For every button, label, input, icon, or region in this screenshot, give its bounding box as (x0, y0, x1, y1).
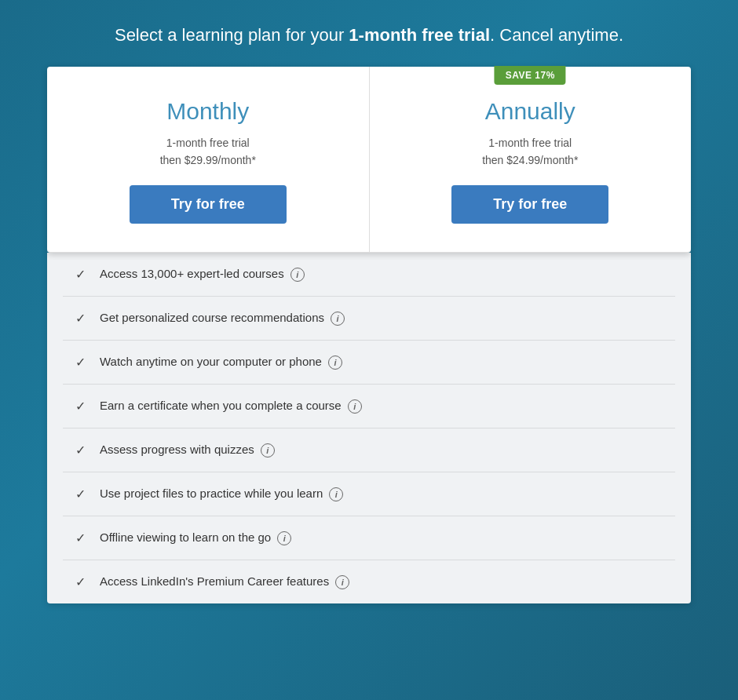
check-icon: ✓ (75, 487, 86, 501)
feature-text: Access LinkedIn's Premium Career feature… (100, 574, 663, 589)
monthly-try-button[interactable]: Try for free (130, 185, 287, 224)
annually-plan-title: Annually (485, 98, 575, 125)
check-icon: ✓ (75, 530, 86, 545)
feature-item: ✓Watch anytime on your computer or phone… (63, 341, 675, 385)
header-text: Select a learning plan for your 1-month … (115, 24, 623, 48)
check-icon: ✓ (75, 443, 86, 458)
annually-plan-card: SAVE 17% Annually 1-month free trial the… (370, 67, 692, 252)
feature-text: Offline viewing to learn on the goi (100, 530, 663, 545)
feature-text: Use project files to practice while you … (100, 487, 663, 501)
monthly-price-info: 1-month free trial then $29.99/month* (160, 134, 256, 170)
feature-text: Assess progress with quizzesi (100, 443, 663, 458)
features-list: ✓Access 13,000+ expert-led coursesi✓Get … (47, 253, 691, 603)
feature-text: Get personalized course recommendationsi (100, 311, 663, 326)
monthly-price-line1: 1-month free trial (166, 137, 250, 149)
plans-container: Monthly 1-month free trial then $29.99/m… (47, 67, 691, 253)
feature-text: Earn a certificate when you complete a c… (100, 399, 663, 414)
feature-item: ✓Assess progress with quizzesi (63, 428, 675, 472)
monthly-price-line2: then $29.99/month* (160, 154, 256, 166)
info-icon[interactable]: i (277, 531, 291, 545)
check-icon: ✓ (75, 574, 86, 589)
annually-price-line2: then $24.99/month* (482, 154, 578, 166)
info-icon[interactable]: i (328, 355, 342, 370)
feature-item: ✓Access LinkedIn's Premium Career featur… (63, 560, 675, 603)
annually-price-info: 1-month free trial then $24.99/month* (482, 134, 578, 170)
check-icon: ✓ (75, 355, 86, 370)
feature-item: ✓Get personalized course recommendations… (63, 297, 675, 341)
check-icon: ✓ (75, 311, 86, 326)
info-icon[interactable]: i (329, 487, 343, 501)
check-icon: ✓ (75, 267, 86, 282)
feature-item: ✓Access 13,000+ expert-led coursesi (63, 253, 675, 297)
info-icon[interactable]: i (261, 443, 275, 458)
feature-text: Access 13,000+ expert-led coursesi (100, 267, 663, 282)
monthly-plan-title: Monthly (166, 98, 249, 125)
annually-try-button[interactable]: Try for free (451, 185, 608, 224)
feature-item: ✓Use project files to practice while you… (63, 472, 675, 516)
check-icon: ✓ (75, 399, 86, 414)
monthly-plan-card: Monthly 1-month free trial then $29.99/m… (47, 67, 370, 252)
feature-item: ✓Offline viewing to learn on the goi (63, 516, 675, 560)
save-badge: SAVE 17% (495, 66, 566, 85)
info-icon[interactable]: i (290, 268, 305, 282)
info-icon[interactable]: i (331, 312, 345, 326)
feature-item: ✓Earn a certificate when you complete a … (63, 385, 675, 428)
annually-price-line1: 1-month free trial (488, 137, 572, 149)
info-icon[interactable]: i (348, 399, 362, 414)
feature-text: Watch anytime on your computer or phonei (100, 355, 663, 370)
info-icon[interactable]: i (335, 575, 349, 589)
